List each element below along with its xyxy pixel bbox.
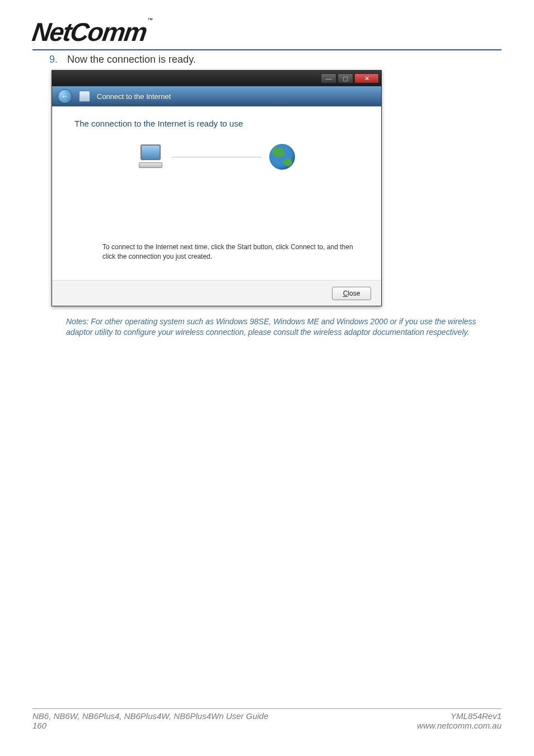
connect-icon — [79, 91, 90, 102]
close-label-rest: lose — [348, 290, 360, 297]
screenshot-container: — ▢ ✕ ← Connect to the Internet The conn… — [51, 70, 502, 306]
footer-guide-name: NB6, NB6W, NB6Plus4, NB6Plus4W, NB6Plus4… — [32, 711, 269, 721]
header-divider — [32, 49, 502, 50]
footer-divider — [32, 708, 502, 709]
connector-line — [172, 157, 261, 157]
step-text: Now the connection is ready. — [67, 54, 196, 66]
step-item: 9. Now the connection is ready. — [49, 54, 502, 66]
title-bar: — ▢ ✕ — [52, 71, 381, 86]
dialog-footer: Close — [52, 280, 381, 306]
back-arrow-icon: ← — [61, 92, 69, 101]
brand-name: NetComm — [30, 17, 148, 47]
nav-bar: ← Connect to the Internet — [52, 86, 381, 106]
close-button[interactable]: Close — [332, 287, 371, 300]
instruction-text: To connect to the Internet next time, cl… — [74, 242, 359, 262]
footer-revision: YML854Rev1 — [417, 711, 502, 721]
maximize-icon: ▢ — [343, 76, 348, 82]
page-footer: NB6, NB6W, NB6Plus4, NB6Plus4W, NB6Plus4… — [32, 708, 502, 730]
step-number: 9. — [49, 54, 67, 66]
back-button[interactable]: ← — [58, 89, 72, 104]
dialog-body: The connection to the Internet is ready … — [52, 106, 381, 280]
dialog-heading: The connection to the Internet is ready … — [74, 119, 359, 128]
notes-text: Notes: For other operating system such a… — [66, 316, 502, 338]
footer-page-number: 160 — [32, 721, 269, 730]
globe-icon — [269, 144, 295, 170]
footer-url: www.netcomm.com.au — [417, 721, 502, 730]
maximize-button[interactable]: ▢ — [338, 73, 353, 83]
minimize-icon: — — [326, 76, 332, 82]
minimize-button[interactable]: — — [321, 73, 336, 83]
computer-icon — [138, 144, 164, 169]
connection-graphic — [74, 144, 359, 170]
nav-title: Connect to the Internet — [97, 92, 171, 101]
close-icon: ✕ — [364, 76, 369, 82]
dialog-window: — ▢ ✕ ← Connect to the Internet The conn… — [51, 70, 382, 306]
window-close-button[interactable]: ✕ — [354, 73, 379, 83]
logo: NetComm™ — [32, 17, 502, 47]
